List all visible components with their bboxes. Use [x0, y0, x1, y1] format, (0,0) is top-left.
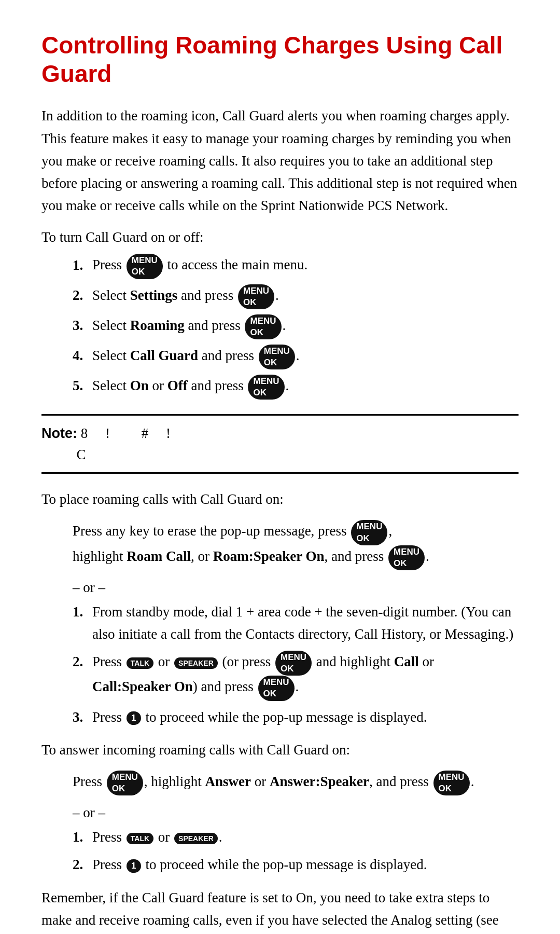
- step-3-content: Select Roaming and press MENUOK.: [92, 314, 519, 339]
- answer-block-text: Press MENUOK, highlight Answer or Answer…: [73, 771, 519, 795]
- answer-bold: Answer: [205, 774, 251, 789]
- answer-step-2: 2. Press 1 to proceed while the pop-up m…: [73, 854, 519, 876]
- one-btn-2: 1: [127, 859, 141, 873]
- place-step-2: 2. Press TALK or SPEAKER (or press MENUO…: [73, 651, 519, 700]
- answer-step-1: 1. Press TALK or SPEAKER.: [73, 826, 519, 848]
- place-step-3-num: 3.: [73, 706, 87, 729]
- note-box: Note: 8 ! # ! C: [41, 414, 519, 474]
- step-2-bold: Settings: [130, 287, 178, 303]
- step-2-content: Select Settings and press MENUOK.: [92, 284, 519, 309]
- answer-step-2-num: 2.: [73, 854, 87, 876]
- answer-steps: 1. Press TALK or SPEAKER. 2. Press 1 to …: [73, 826, 519, 876]
- call-speaker-bold: Call:Speaker On: [92, 679, 193, 695]
- step-5-bold-off: Off: [167, 378, 188, 393]
- step-4-num: 4.: [73, 345, 87, 367]
- remember-para: Remember, if the Call Guard feature is s…: [41, 887, 519, 935]
- step-5-content: Select On or Off and press MENUOK.: [92, 375, 519, 400]
- place-step-1: 1. From standby mode, dial 1 + area code…: [73, 601, 519, 645]
- menu-ok-btn-p1: MENUOK: [275, 651, 312, 676]
- answer-step-2-content: Press 1 to proceed while the pop-up mess…: [92, 854, 519, 876]
- place-step-3-content: Press 1 to proceed while the pop-up mess…: [92, 706, 519, 729]
- menu-ok-btn-r1: MENUOK: [351, 520, 387, 545]
- answer-step-1-num: 1.: [73, 826, 87, 848]
- roam-speaker-bold: Roam:Speaker On: [213, 548, 325, 564]
- place-call-steps: 1. From standby mode, dial 1 + area code…: [73, 601, 519, 729]
- page-title: Controlling Roaming Charges Using Call G…: [41, 31, 519, 88]
- menu-ok-btn-p2: MENUOK: [258, 676, 295, 700]
- step-5-bold-on: On: [130, 378, 149, 393]
- talk-btn-2: TALK: [127, 833, 153, 844]
- step-3-bold: Roaming: [130, 318, 185, 333]
- or-line-2: – or –: [73, 805, 519, 821]
- menu-ok-btn-5: MENUOK: [248, 375, 284, 400]
- note-label: Note:: [41, 425, 77, 441]
- turn-on-label: To turn Call Guard on or off:: [41, 229, 519, 245]
- answer-block: Press MENUOK, highlight Answer or Answer…: [73, 771, 519, 795]
- talk-btn-1: TALK: [127, 657, 153, 669]
- intro-paragraph: In addition to the roaming icon, Call Gu…: [41, 105, 519, 217]
- speaker-btn-1: SPEAKER: [174, 657, 218, 669]
- call-bold: Call: [394, 654, 419, 669]
- menu-ok-btn-1: MENUOK: [127, 254, 163, 279]
- speaker-btn-2: SPEAKER: [174, 833, 218, 844]
- place-step-1-num: 1.: [73, 601, 87, 623]
- answer-speaker-bold: Answer:Speaker: [270, 774, 369, 789]
- step-5-num: 5.: [73, 375, 87, 397]
- answer-step-1-content: Press TALK or SPEAKER.: [92, 826, 519, 848]
- roaming-block-text: Press any key to erase the pop-up messag…: [73, 520, 519, 570]
- or-line-1: – or –: [73, 580, 519, 596]
- step-4-bold: Call Guard: [130, 348, 198, 363]
- place-step-1-content: From standby mode, dial 1 + area code + …: [92, 601, 519, 645]
- place-step-3: 3. Press 1 to proceed while the pop-up m…: [73, 706, 519, 729]
- step-3-num: 3.: [73, 314, 87, 337]
- step-5: 5. Select On or Off and press MENUOK.: [73, 375, 519, 400]
- step-2: 2. Select Settings and press MENUOK.: [73, 284, 519, 309]
- step-1: 1. Press MENUOK to access the main menu.: [73, 254, 519, 279]
- menu-ok-btn-3: MENUOK: [245, 314, 281, 339]
- menu-ok-btn-2: MENUOK: [238, 284, 274, 309]
- roaming-block: Press any key to erase the pop-up messag…: [73, 520, 519, 570]
- menu-ok-btn-r2: MENUOK: [388, 545, 425, 570]
- menu-ok-btn-4: MENUOK: [259, 345, 295, 369]
- step-1-num: 1.: [73, 254, 87, 277]
- roam-call-bold: Roam Call: [127, 548, 191, 564]
- menu-ok-btn-a2: MENUOK: [433, 771, 470, 795]
- roaming-calls-label: To place roaming calls with Call Guard o…: [41, 488, 519, 511]
- place-step-2-content: Press TALK or SPEAKER (or press MENUOK a…: [92, 651, 519, 700]
- menu-ok-btn-a1: MENUOK: [107, 771, 143, 795]
- answer-label: To answer incoming roaming calls with Ca…: [41, 739, 519, 761]
- step-4-content: Select Call Guard and press MENUOK.: [92, 345, 519, 369]
- step-2-num: 2.: [73, 284, 87, 307]
- turn-on-steps: 1. Press MENUOK to access the main menu.…: [73, 254, 519, 400]
- step-3: 3. Select Roaming and press MENUOK.: [73, 314, 519, 339]
- one-btn-1: 1: [127, 711, 141, 725]
- step-1-content: Press MENUOK to access the main menu.: [92, 254, 519, 279]
- place-step-2-num: 2.: [73, 651, 87, 673]
- step-4: 4. Select Call Guard and press MENUOK.: [73, 345, 519, 369]
